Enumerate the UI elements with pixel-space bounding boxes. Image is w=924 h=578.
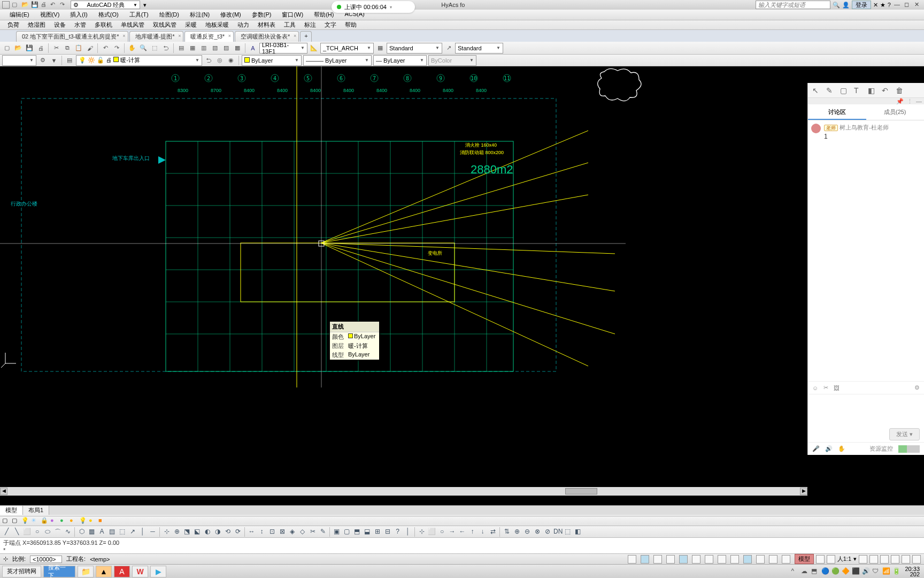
markup-icon[interactable]: ▨: [221, 43, 231, 53]
canvas-hscrollbar[interactable]: ◀ ▶: [0, 487, 807, 496]
player-icon[interactable]: ▶: [150, 566, 166, 577]
add-tab-button[interactable]: +: [300, 31, 312, 42]
tool-icon[interactable]: ⇅: [502, 527, 511, 536]
scale-value[interactable]: <10000>: [30, 556, 62, 563]
tool-icon[interactable]: ─: [148, 527, 157, 536]
layer-unisolate-icon[interactable]: ◉: [226, 56, 236, 65]
tab-layout1[interactable]: 布局1: [23, 506, 49, 515]
menu2-equipment[interactable]: 设备: [50, 20, 70, 29]
tool-icon[interactable]: ∿: [63, 527, 72, 536]
pointer-icon[interactable]: ↖: [812, 86, 821, 95]
tool-icon[interactable]: ◈: [288, 527, 297, 536]
wps-icon[interactable]: W: [132, 566, 148, 577]
textstyle-dropdown[interactable]: LRI-03B1-13F1▼: [259, 43, 307, 54]
close-icon[interactable]: ×: [294, 33, 296, 39]
lock-ui-icon[interactable]: [880, 555, 889, 564]
tool-icon[interactable]: ▤: [107, 527, 117, 536]
qat-save-icon[interactable]: 💾: [31, 1, 38, 9]
tool-icon[interactable]: ⊕: [172, 527, 181, 536]
designcenter-icon[interactable]: ▦: [188, 43, 197, 53]
tool-icon[interactable]: ◇: [298, 527, 307, 536]
dyn-toggle[interactable]: [730, 555, 739, 564]
sc-toggle[interactable]: [782, 555, 790, 564]
more-icon[interactable]: ⋮: [907, 98, 913, 104]
tool-icon[interactable]: ?: [393, 527, 402, 536]
hardware-icon[interactable]: [891, 555, 899, 564]
ortho-toggle[interactable]: [653, 555, 662, 564]
quickview-icon[interactable]: [816, 555, 825, 564]
text-icon[interactable]: A: [248, 43, 258, 53]
autocad-icon[interactable]: A: [114, 566, 130, 577]
close-icon[interactable]: ×: [178, 33, 181, 39]
tool-icon[interactable]: ⬒: [352, 527, 361, 536]
speaker-icon[interactable]: 🔊: [825, 445, 833, 452]
app-icon[interactable]: ▲: [96, 566, 112, 577]
recording-indicator[interactable]: 上课中 00:06:04 ▾: [332, 1, 415, 13]
lineweight-dropdown[interactable]: — ByLayer▼: [373, 55, 427, 66]
close-icon[interactable]: ✕: [914, 1, 922, 9]
tool-icon[interactable]: ⬔: [182, 527, 191, 536]
taskbar-item[interactable]: 英才招聘网: [2, 566, 41, 577]
tool-icon[interactable]: ✂: [308, 527, 317, 536]
undo-icon[interactable]: ↶: [101, 43, 110, 53]
tab-discuss[interactable]: 讨论区: [808, 104, 866, 120]
eraser-icon[interactable]: ◧: [868, 86, 876, 95]
tray-icon[interactable]: ☁: [801, 567, 810, 576]
qat-print-icon[interactable]: 🖨: [41, 1, 48, 9]
tool-icon[interactable]: ⊞: [373, 527, 382, 536]
unnamed-dropdown[interactable]: ▼: [2, 55, 36, 66]
annoscale-icon[interactable]: ▾: [853, 556, 857, 562]
qp-toggle[interactable]: [769, 555, 777, 564]
emoji-icon[interactable]: ☺: [812, 385, 818, 391]
linetype-dropdown[interactable]: ——— ByLayer▼: [303, 55, 372, 66]
tool-icon[interactable]: ▣: [332, 527, 341, 536]
pencil-icon[interactable]: ✎: [826, 86, 835, 95]
tool-icon[interactable]: ⬭: [43, 527, 52, 536]
qat-more-icon[interactable]: ▾: [143, 2, 151, 9]
pan-icon[interactable]: ✋: [127, 43, 137, 53]
scissors-icon[interactable]: ✂: [823, 384, 828, 391]
scroll-thumb[interactable]: [565, 488, 597, 495]
copy-icon[interactable]: ⧉: [63, 43, 72, 53]
file-tab[interactable]: 空调暖图块设备表*×: [235, 31, 299, 42]
circle-icon[interactable]: ●: [60, 517, 68, 525]
search-icon[interactable]: 🔍: [833, 2, 840, 9]
tool-icon[interactable]: ↔: [247, 527, 256, 536]
square-icon[interactable]: ■: [98, 517, 106, 525]
taskbar-clock[interactable]: 20:33202: [903, 566, 922, 577]
open-icon[interactable]: 📂: [13, 43, 23, 53]
tool-icon[interactable]: ⬡: [77, 527, 86, 536]
tray-icon[interactable]: 📶: [882, 567, 891, 576]
tool-icon[interactable]: ○: [437, 527, 446, 536]
tool-icon[interactable]: ⊖: [522, 527, 532, 536]
explorer-icon[interactable]: 📁: [78, 566, 94, 577]
undo-icon[interactable]: ↶: [882, 86, 890, 95]
isolate-icon[interactable]: [902, 555, 910, 564]
tool-icon[interactable]: ↑: [468, 527, 477, 536]
tool-icon[interactable]: ⊹: [162, 527, 171, 536]
image-icon[interactable]: 🖼: [834, 385, 840, 391]
tool-icon[interactable]: ⬜: [22, 527, 32, 536]
text-icon[interactable]: T: [854, 86, 863, 95]
tray-icon[interactable]: ⬛: [852, 567, 860, 576]
tool-icon[interactable]: ╱: [2, 527, 11, 536]
tool-icon[interactable]: ╲: [12, 527, 21, 536]
bulb-icon[interactable]: 💡: [21, 517, 29, 525]
tray-icon[interactable]: 🔋: [892, 567, 901, 576]
dimstyle-icon[interactable]: 📐: [309, 43, 319, 53]
tray-icon[interactable]: 🔶: [842, 567, 850, 576]
tool-icon[interactable]: ▢: [342, 527, 351, 536]
matchprop-icon[interactable]: 🖌: [85, 43, 95, 53]
cut-icon[interactable]: ✂: [51, 43, 61, 53]
minimize-icon[interactable]: —: [916, 98, 922, 104]
menu2-load[interactable]: 负荷: [3, 20, 24, 29]
close-icon[interactable]: ×: [228, 33, 231, 39]
menu2-floorheating[interactable]: 地板采暖: [201, 20, 233, 29]
menu-modify[interactable]: 修改(M): [215, 10, 247, 20]
command-line[interactable]: 于端点 X=3650913.85 Y=337603.91 Z= 0.00 *: [0, 537, 924, 553]
lwt-toggle[interactable]: [743, 555, 752, 564]
clean-screen-icon[interactable]: [912, 555, 921, 564]
scroll-left-icon[interactable]: ◀: [0, 488, 7, 495]
layer-dropdown[interactable]: 💡 🔆 🔓 🖨 暖-计算 ▼: [76, 55, 202, 66]
tab-members[interactable]: 成员(25): [866, 104, 925, 120]
